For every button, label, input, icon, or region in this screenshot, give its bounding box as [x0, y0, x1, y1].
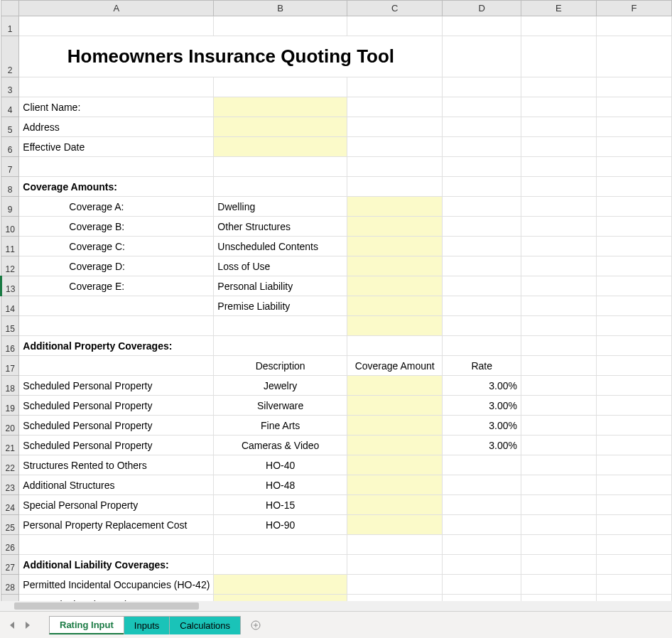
desc-dwelling[interactable]: Dwelling: [214, 197, 347, 217]
row-header-12[interactable]: 12: [1, 256, 19, 276]
rate-jewelry[interactable]: 3.00%: [443, 376, 521, 396]
row-header-3[interactable]: 3: [1, 77, 19, 97]
input-effective-date[interactable]: [214, 137, 347, 157]
label-coverage-d[interactable]: Coverage D:: [19, 256, 214, 276]
label-spp-finearts[interactable]: Scheduled Personal Property: [19, 416, 214, 436]
col-header-a[interactable]: A: [19, 1, 214, 16]
select-all-corner[interactable]: [1, 1, 19, 16]
row-header-19[interactable]: 19: [1, 396, 19, 416]
row-header-28[interactable]: 28: [1, 575, 19, 595]
input-coverage-b[interactable]: [347, 217, 443, 237]
input-jewelry-amount[interactable]: [347, 376, 443, 396]
cell-a1[interactable]: [19, 16, 214, 36]
heading-additional-liability[interactable]: Additional Liability Coverages:: [19, 555, 214, 575]
row-header-5[interactable]: 5: [1, 117, 19, 137]
label-effective-date[interactable]: Effective Date: [19, 137, 214, 157]
label-coverage-c[interactable]: Coverage C:: [19, 237, 214, 256]
tab-rating-input[interactable]: Rating Input: [49, 616, 124, 634]
row-header-18[interactable]: 18: [1, 376, 19, 396]
label-coverage-e[interactable]: Coverage E:: [19, 276, 214, 296]
col-header-c[interactable]: C: [347, 1, 443, 16]
col-rate[interactable]: Rate: [443, 356, 521, 376]
label-ho40[interactable]: Structures Rented to Others: [19, 455, 214, 475]
tab-nav-prev[interactable]: [4, 617, 20, 633]
row-header-2[interactable]: 2: [1, 36, 19, 77]
col-header-b[interactable]: B: [214, 1, 347, 16]
col-description[interactable]: Description: [214, 356, 347, 376]
input-coverage-a[interactable]: [347, 197, 443, 217]
tab-nav-next[interactable]: [20, 617, 36, 633]
row-header-8[interactable]: 8: [1, 177, 19, 197]
input-ho40[interactable]: [347, 455, 443, 475]
row-header-21[interactable]: 21: [1, 436, 19, 455]
desc-other-structures[interactable]: Other Structures: [214, 217, 347, 237]
input-coverage-d[interactable]: [347, 256, 443, 276]
row-header-22[interactable]: 22: [1, 455, 19, 475]
row-header-27[interactable]: 27: [1, 555, 19, 575]
add-sheet-button[interactable]: [245, 616, 266, 634]
desc-personal-liability[interactable]: Personal Liability: [214, 276, 347, 296]
row-header-1[interactable]: 1: [1, 16, 19, 36]
sheet-tabs-bar: Rating Input Inputs Calculations: [0, 611, 672, 638]
row-header-4[interactable]: 4: [1, 97, 19, 117]
rate-cameras[interactable]: 3.00%: [443, 436, 521, 455]
scrollbar-thumb[interactable]: [14, 602, 199, 610]
row-header-11[interactable]: 11: [1, 237, 19, 256]
chevron-left-icon: [10, 622, 14, 629]
desc-premise-liability[interactable]: Premise Liability: [214, 296, 347, 316]
input-address[interactable]: [214, 117, 347, 137]
horizontal-scrollbar[interactable]: [0, 601, 672, 611]
row-header-24[interactable]: 24: [1, 495, 19, 515]
row-header-13[interactable]: 13: [1, 276, 19, 296]
spreadsheet-grid[interactable]: A B C D E F 1 2Homeowners Insurance Quot…: [0, 0, 672, 611]
row-header-25[interactable]: 25: [1, 515, 19, 535]
row-header-23[interactable]: 23: [1, 475, 19, 495]
input-ho42[interactable]: [214, 575, 347, 595]
row-header-15[interactable]: 15: [1, 316, 19, 336]
input-ho90[interactable]: [347, 515, 443, 535]
input-premise-liability[interactable]: [347, 296, 443, 316]
input-silverware-amount[interactable]: [347, 396, 443, 416]
row-header-6[interactable]: 6: [1, 137, 19, 157]
row-header-26[interactable]: 26: [1, 535, 19, 555]
row-header-17[interactable]: 17: [1, 356, 19, 376]
col-header-d[interactable]: D: [443, 1, 521, 16]
label-client-name[interactable]: Client Name:: [19, 97, 214, 117]
input-cameras-amount[interactable]: [347, 436, 443, 455]
row-header-16[interactable]: 16: [1, 336, 19, 356]
input-client-name[interactable]: [214, 97, 347, 117]
label-ho15[interactable]: Special Personal Property: [19, 495, 214, 515]
input-coverage-e[interactable]: [347, 276, 443, 296]
desc-unscheduled-contents[interactable]: Unscheduled Contents: [214, 237, 347, 256]
column-headers[interactable]: A B C D E F: [1, 1, 672, 16]
label-ho48[interactable]: Additional Structures: [19, 475, 214, 495]
row-header-7[interactable]: 7: [1, 157, 19, 177]
label-spp-cameras[interactable]: Scheduled Personal Property: [19, 436, 214, 455]
label-ho42[interactable]: Permitted Incidental Occupancies (HO-42): [19, 575, 214, 595]
desc-loss-of-use[interactable]: Loss of Use: [214, 256, 347, 276]
rate-silverware[interactable]: 3.00%: [443, 396, 521, 416]
tab-inputs[interactable]: Inputs: [124, 616, 170, 634]
label-spp-jewelry[interactable]: Scheduled Personal Property: [19, 376, 214, 396]
label-address[interactable]: Address: [19, 117, 214, 137]
rate-finearts[interactable]: 3.00%: [443, 416, 521, 436]
col-coverage-amount[interactable]: Coverage Amount: [347, 356, 443, 376]
row-header-10[interactable]: 10: [1, 217, 19, 237]
label-ho90[interactable]: Personal Property Replacement Cost: [19, 515, 214, 535]
label-spp-silverware[interactable]: Scheduled Personal Property: [19, 396, 214, 416]
heading-additional-property[interactable]: Additional Property Coverages:: [19, 336, 214, 356]
col-header-f[interactable]: F: [596, 1, 671, 16]
heading-coverage-amounts[interactable]: Coverage Amounts:: [19, 177, 214, 197]
input-ho15[interactable]: [347, 495, 443, 515]
row-header-20[interactable]: 20: [1, 416, 19, 436]
label-coverage-b[interactable]: Coverage B:: [19, 217, 214, 237]
tab-calculations[interactable]: Calculations: [169, 616, 241, 634]
col-header-e[interactable]: E: [521, 1, 596, 16]
input-coverage-c[interactable]: [347, 237, 443, 256]
title-cell[interactable]: Homeowners Insurance Quoting Tool: [19, 36, 443, 77]
input-finearts-amount[interactable]: [347, 416, 443, 436]
row-header-14[interactable]: 14: [1, 296, 19, 316]
label-coverage-a[interactable]: Coverage A:: [19, 197, 214, 217]
input-ho48[interactable]: [347, 475, 443, 495]
row-header-9[interactable]: 9: [1, 197, 19, 217]
